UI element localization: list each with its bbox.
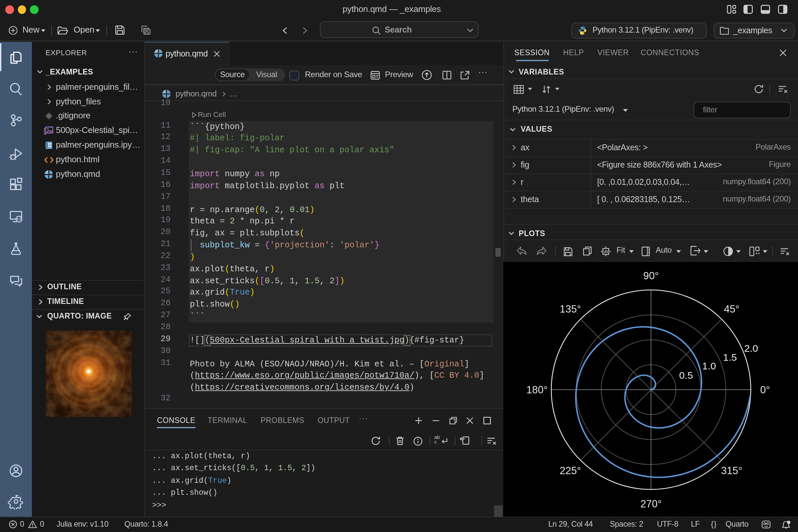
svg-text:225°: 225°	[559, 464, 581, 476]
svg-text:1.5: 1.5	[723, 352, 737, 362]
svg-text:270°: 270°	[640, 498, 661, 509]
svg-text:0°: 0°	[760, 384, 770, 395]
svg-text:1.0: 1.0	[702, 360, 716, 371]
svg-text:45°: 45°	[723, 303, 739, 315]
svg-text:135°: 135°	[559, 303, 581, 315]
svg-text:315°: 315°	[721, 464, 742, 476]
svg-text:90°: 90°	[643, 270, 659, 281]
svg-text:2.0: 2.0	[744, 342, 758, 354]
svg-text:180°: 180°	[526, 384, 547, 395]
svg-text:0.5: 0.5	[679, 369, 693, 380]
